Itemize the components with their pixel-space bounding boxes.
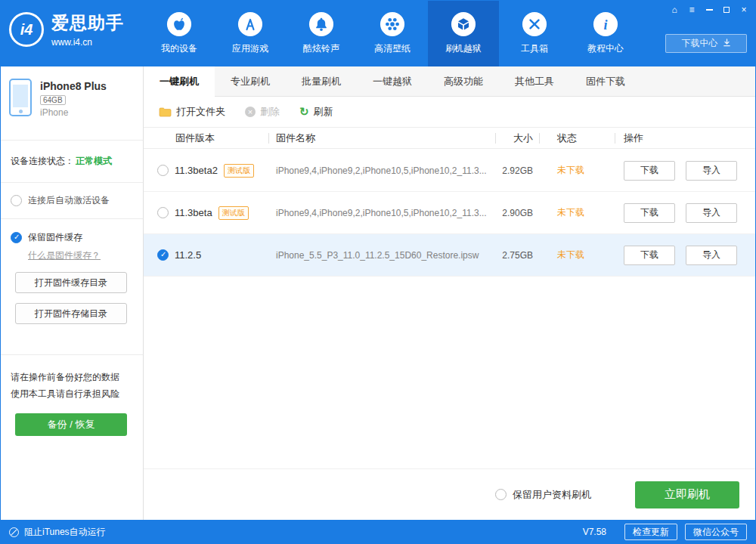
device-capacity-badge: 64GB <box>40 95 66 105</box>
firmware-size: 2.75GB <box>495 234 539 276</box>
firmware-cache-section: 保留固件缓存 什么是固件缓存？ 打开固件缓存目录 打开固件存储目录 <box>0 219 143 355</box>
beta-badge: 测试版 <box>224 164 254 178</box>
tab-one-click-flash[interactable]: 一键刷机 <box>144 66 215 97</box>
flash-action-bar: 保留用户资料刷机 立即刷机 <box>144 468 756 520</box>
download-center-button[interactable]: 下载中心 <box>665 34 747 53</box>
firmware-status: 未下载 <box>539 150 615 191</box>
flower-icon <box>380 11 405 37</box>
open-cache-dir-button[interactable]: 打开固件缓存目录 <box>15 272 127 293</box>
connection-status: 设备连接状态： 正常模式 <box>0 141 143 183</box>
header-version: 固件版本 <box>144 128 268 148</box>
import-button[interactable]: 导入 <box>686 246 737 265</box>
download-button[interactable]: 下载 <box>624 246 675 265</box>
package-box-icon <box>451 11 476 37</box>
device-type: iPhone <box>40 107 107 118</box>
wechat-official-button[interactable]: 微信公众号 <box>685 524 747 540</box>
tab-other-tools[interactable]: 其他工具 <box>499 66 570 97</box>
nav-app-games[interactable]: 应用游戏 <box>215 0 286 66</box>
firmware-row[interactable]: 11.2.5 iPhone_5.5_P3_11.0_11.2.5_15D60_R… <box>144 234 756 277</box>
keep-cache-option[interactable]: 保留固件缓存 <box>11 231 132 244</box>
open-folder-button[interactable]: 打开文件夹 <box>159 105 225 119</box>
block-itunes-option[interactable]: 阻止iTunes自动运行 <box>9 526 106 539</box>
firmware-select-radio[interactable] <box>157 249 169 261</box>
firmware-status: 未下载 <box>539 234 615 276</box>
tab-batch-flash[interactable]: 批量刷机 <box>286 66 357 97</box>
warning-line-1: 请在操作前备份好您的数据 <box>11 369 132 385</box>
header-action: 操作 <box>615 128 756 148</box>
flash-tabs: 一键刷机 专业刷机 批量刷机 一键越狱 高级功能 其他工具 固件下载 <box>144 66 756 97</box>
nav-tutorial-center[interactable]: i 教程中心 <box>570 0 641 66</box>
prohibit-icon <box>9 527 19 537</box>
maximize-icon[interactable] <box>722 5 731 15</box>
svg-text:i: i <box>604 17 608 32</box>
nav-wallpapers[interactable]: 高清壁纸 <box>357 0 428 66</box>
crossed-tools-icon <box>522 11 547 37</box>
logo-icon: i4 <box>9 12 44 47</box>
firmware-version: 11.3beta2 <box>175 165 218 176</box>
delete-circle-icon: × <box>245 107 256 117</box>
sidebar: iPhone8 Plus 64GB iPhone 设备连接状态： 正常模式 连接… <box>0 66 144 520</box>
firmware-version: 11.2.5 <box>175 249 201 261</box>
keep-user-data-radio[interactable] <box>495 489 507 500</box>
header-status: 状态 <box>539 128 615 148</box>
tab-firmware-download[interactable]: 固件下载 <box>570 66 641 97</box>
firmware-select-radio[interactable] <box>157 207 169 218</box>
apple-icon <box>166 11 192 37</box>
auto-activate-option[interactable]: 连接后自动激活设备 <box>0 183 143 219</box>
firmware-name: iPhone_5.5_P3_11.0_11.2.5_15D60_Restore.… <box>268 234 495 276</box>
app-header: i4 爱思助手 www.i4.cn 我的设备 应用游戏 酷炫铃声 <box>0 0 756 66</box>
open-storage-dir-button[interactable]: 打开固件存储目录 <box>15 303 127 324</box>
auto-activate-radio[interactable] <box>11 195 22 206</box>
backup-restore-button[interactable]: 备份 / 恢复 <box>15 413 127 436</box>
what-is-cache-link[interactable]: 什么是固件缓存？ <box>28 249 132 262</box>
device-name: iPhone8 Plus <box>40 80 107 92</box>
nav-flash-jailbreak[interactable]: 刷机越狱 <box>428 0 499 66</box>
main-content: 一键刷机 专业刷机 批量刷机 一键越狱 高级功能 其他工具 固件下载 打开文件夹… <box>144 66 756 520</box>
keep-user-data-option[interactable]: 保留用户资料刷机 <box>495 488 591 502</box>
check-update-button[interactable]: 检查更新 <box>624 524 677 540</box>
appstore-icon <box>237 11 263 37</box>
delete-button[interactable]: × 删除 <box>245 105 280 119</box>
firmware-row[interactable]: 11.3beta2 测试版 iPhone9,4,iPhone9,2,iPhone… <box>144 150 756 192</box>
backup-warning-section: 请在操作前备份好您的数据 使用本工具请自行承担风险 备份 / 恢复 <box>0 355 143 450</box>
download-icon <box>723 39 731 49</box>
download-button[interactable]: 下载 <box>624 203 675 223</box>
nav-my-devices[interactable]: 我的设备 <box>144 0 215 66</box>
firmware-size: 2.90GB <box>495 192 539 233</box>
firmware-name: iPhone9,4,iPhone9,2,iPhone10,5,iPhone10,… <box>268 150 495 191</box>
main-nav: 我的设备 应用游戏 酷炫铃声 高清壁纸 刷机越狱 <box>144 0 641 66</box>
nav-toolbox[interactable]: 工具箱 <box>499 0 570 66</box>
keep-cache-checkbox[interactable] <box>11 232 22 243</box>
connection-mode-value: 正常模式 <box>76 155 112 168</box>
refresh-button[interactable]: ↻ 刷新 <box>299 105 333 119</box>
firmware-table-body: 11.3beta2 测试版 iPhone9,4,iPhone9,2,iPhone… <box>144 150 756 277</box>
header-name: 固件名称 <box>268 128 495 148</box>
menu-icon[interactable]: ≡ <box>687 5 696 15</box>
firmware-select-radio[interactable] <box>157 165 169 176</box>
folder-icon <box>159 107 172 117</box>
window-controls: ⌂ ≡ × <box>670 4 748 16</box>
warning-line-2: 使用本工具请自行承担风险 <box>11 385 132 402</box>
bell-icon <box>308 11 334 37</box>
flash-now-button[interactable]: 立即刷机 <box>635 481 739 508</box>
app-logo: i4 爱思助手 www.i4.cn <box>9 11 124 48</box>
device-card: iPhone8 Plus 64GB iPhone <box>0 66 143 141</box>
nav-ringtones[interactable]: 酷炫铃声 <box>286 0 357 66</box>
app-url: www.i4.cn <box>51 37 124 48</box>
tab-advanced-functions[interactable]: 高级功能 <box>428 66 499 97</box>
import-button[interactable]: 导入 <box>686 161 737 181</box>
tab-one-click-jailbreak[interactable]: 一键越狱 <box>357 66 428 97</box>
firmware-toolbar: 打开文件夹 × 删除 ↻ 刷新 <box>144 97 756 127</box>
minimize-icon[interactable] <box>705 5 714 15</box>
import-button[interactable]: 导入 <box>686 203 737 223</box>
refresh-icon: ↻ <box>299 105 309 119</box>
header-size: 大小 <box>495 128 539 148</box>
download-button[interactable]: 下载 <box>624 161 675 181</box>
firmware-size: 2.92GB <box>495 150 539 191</box>
home-icon[interactable]: ⌂ <box>670 5 679 15</box>
firmware-row[interactable]: 11.3beta 测试版 iPhone9,4,iPhone9,2,iPhone1… <box>144 192 756 234</box>
tab-pro-flash[interactable]: 专业刷机 <box>215 66 286 97</box>
app-version: V7.58 <box>583 527 606 537</box>
close-icon[interactable]: × <box>739 5 748 15</box>
info-icon: i <box>593 11 618 37</box>
